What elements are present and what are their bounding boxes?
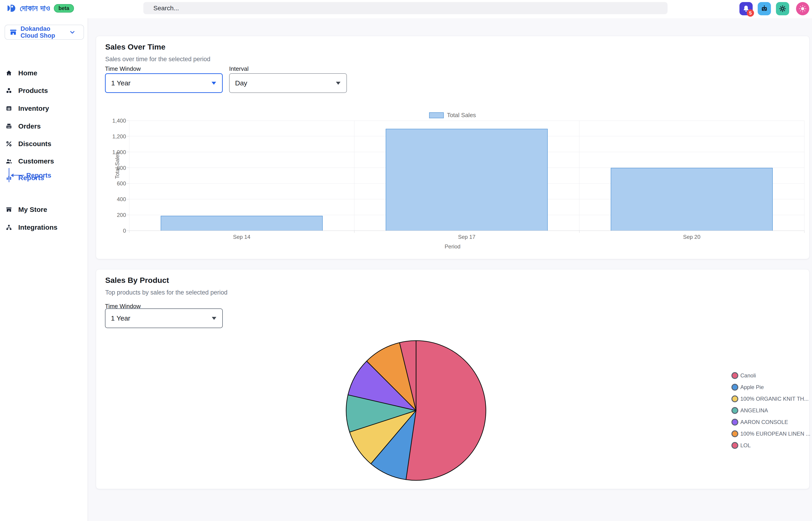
y-tick-label: 1,000: [94, 149, 126, 156]
y-tick-label: 200: [94, 212, 126, 218]
x-tick-label: Sep 17: [439, 234, 494, 240]
sidebar-item-orders[interactable]: Orders: [0, 119, 88, 133]
pie-legend-label: 100% ORGANIC KNIT TH...: [740, 396, 809, 402]
sidebar-subitem-reports[interactable]: Reports: [26, 168, 51, 182]
y-tick-label: 600: [94, 180, 126, 187]
search-input[interactable]: [143, 2, 668, 14]
pie-legend-label: Canoli: [740, 372, 756, 379]
app-logo: দোকান দাও beta: [6, 3, 74, 13]
sidebar-item-my-store[interactable]: My Store: [0, 203, 88, 217]
y-tick-label: 800: [94, 165, 126, 171]
bar-sep-17[interactable]: [386, 129, 548, 231]
sidebar-item-integrations[interactable]: Integrations: [0, 221, 88, 234]
pie-legend-swatch: [732, 419, 738, 426]
card-title: Sales By Product: [105, 276, 169, 285]
pie-legend-label: ANGELINA: [740, 407, 768, 414]
pie-legend-item[interactable]: Apple Pie: [732, 384, 764, 391]
x-tick: [354, 231, 354, 233]
sales-by-product-card: Sales By Product Top products by sales f…: [96, 269, 810, 489]
x-axis-title: Period: [439, 243, 466, 250]
people-icon: [5, 158, 12, 165]
sidebar-item-customers[interactable]: Customers: [0, 154, 88, 168]
y-tick-label: 1,400: [94, 118, 126, 124]
theme-toggle-button[interactable]: [796, 2, 809, 15]
gridline: [804, 120, 805, 231]
sun-icon: [798, 4, 807, 13]
y-tick: [126, 183, 129, 184]
time-window-select[interactable]: 1 Year: [105, 309, 223, 328]
y-axis-title: Total Sales: [114, 152, 120, 179]
pie-legend-swatch: [732, 430, 738, 437]
bar-chart[interactable]: 02004006008001,0001,2001,400Sep 14Sep 17…: [96, 36, 809, 259]
robot-icon: [760, 4, 768, 13]
pie-legend-item[interactable]: AARON CONSOLE: [732, 419, 788, 426]
tree-connector-line: [9, 168, 9, 182]
pie-legend-item[interactable]: ANGELINA: [732, 407, 768, 414]
y-tick: [126, 215, 129, 215]
settings-button[interactable]: [776, 2, 789, 15]
cash-register-icon: [5, 123, 12, 130]
shop-name: Dokandao Cloud Shop: [21, 25, 68, 39]
x-tick-label: Sep 14: [214, 234, 269, 240]
sidebar-item-discounts[interactable]: Discounts: [0, 137, 88, 151]
tree-connector-line: [13, 175, 24, 176]
beta-badge: beta: [54, 4, 74, 13]
pie-legend-label: Apple Pie: [740, 384, 764, 390]
x-tick-label: Sep 20: [664, 234, 719, 240]
pie-legend-item[interactable]: Canoli: [732, 372, 756, 379]
y-tick-label: 1,200: [94, 133, 126, 140]
pie-legend-item[interactable]: LOL: [732, 442, 750, 449]
home-icon: [5, 70, 12, 76]
logo-text: দোকান দাও: [20, 3, 50, 13]
pie-legend-swatch: [732, 384, 738, 391]
y-tick-label: 400: [94, 196, 126, 203]
percent-icon: [5, 140, 12, 147]
notifications-button[interactable]: 5: [739, 2, 753, 15]
gear-icon: [779, 4, 787, 13]
sidebar-item-home[interactable]: Home: [0, 66, 88, 80]
sidebar-item-inventory[interactable]: Inventory: [0, 101, 88, 115]
y-tick: [126, 136, 129, 136]
pie-chart[interactable]: [343, 337, 489, 483]
bar-sep-20[interactable]: [611, 168, 773, 231]
pie-legend-swatch: [732, 372, 738, 379]
y-tick-label: 0: [94, 228, 126, 234]
tree-arrow-icon: [11, 174, 14, 177]
pie-legend-label: AARON CONSOLE: [740, 419, 788, 425]
gridline: [129, 120, 130, 231]
x-tick: [129, 231, 130, 233]
pie-legend-swatch: [732, 395, 738, 402]
notification-count-badge: 5: [747, 9, 754, 17]
pie-legend-swatch: [732, 442, 738, 449]
sidebar-item-products[interactable]: Products: [0, 84, 88, 97]
card-subtitle: Top products by sales for the selected p…: [105, 289, 228, 296]
assistant-button[interactable]: [758, 2, 771, 15]
sales-over-time-card: Sales Over Time Sales over time for the …: [96, 36, 810, 259]
storefront-icon: [9, 28, 17, 36]
hub-icon: [5, 224, 12, 231]
logo-icon: [6, 3, 16, 13]
pie-legend-item[interactable]: 100% EUROPEAN LINEN ...: [732, 430, 810, 437]
sidebar: Dokandao Cloud Shop Home Products: [0, 18, 88, 521]
bar-sep-14[interactable]: [161, 216, 323, 231]
pie-legend-swatch: [732, 407, 738, 414]
pie-legend-item[interactable]: 100% ORGANIC KNIT TH...: [732, 395, 809, 402]
gridline: [129, 120, 804, 121]
pie-slice-1[interactable]: [406, 341, 486, 480]
pie-legend-label: 100% EUROPEAN LINEN ...: [740, 431, 810, 437]
boxes-icon: [5, 87, 12, 94]
warehouse-icon: [5, 105, 12, 112]
y-tick: [126, 199, 129, 199]
y-tick: [126, 167, 129, 168]
chevron-down-icon: [69, 29, 76, 36]
y-tick: [126, 120, 129, 121]
dropdown-arrow-icon: [212, 317, 216, 320]
gridline: [354, 120, 354, 231]
shop-switcher[interactable]: Dokandao Cloud Shop: [4, 25, 84, 40]
x-tick: [804, 231, 805, 233]
app-root: দোকান দাও beta 5: [0, 0, 812, 521]
topbar: দোকান দাও beta 5: [0, 0, 812, 18]
storefront-icon: [5, 206, 12, 213]
pie-legend-label: LOL: [740, 442, 750, 449]
